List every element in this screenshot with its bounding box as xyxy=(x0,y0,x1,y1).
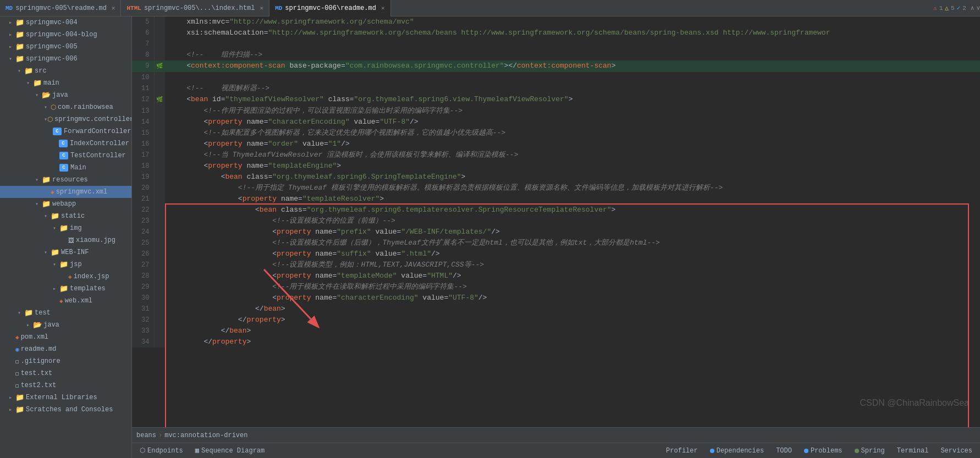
folder-icon-test: 📁 xyxy=(24,308,33,317)
tool-tab-todo[interactable]: TODO xyxy=(770,445,797,457)
file-icon-xiaomujpg: 🖼 xyxy=(68,237,74,244)
nav-up[interactable]: ∧ xyxy=(971,4,975,12)
sidebar-item-springmvcxml[interactable]: ◈ springmvc.xml xyxy=(0,186,131,198)
tool-tab-endpoints[interactable]: ⬡ Endpoints xyxy=(134,444,189,457)
sidebar-item-test2txt[interactable]: ◻ test2.txt xyxy=(0,379,131,391)
line-num-6: 6 xyxy=(132,27,154,38)
sidebar-item-springmvc004blog[interactable]: 📁 springmvc-004-blog xyxy=(0,29,131,41)
line-content-32: </property> xyxy=(165,314,980,325)
tool-tab-problems[interactable]: Problems xyxy=(799,445,848,457)
tab-3[interactable]: MD springmvc-006\readme.md ✕ xyxy=(269,0,390,16)
sidebar-item-controller-pkg[interactable]: ⬡ springmvc.controller xyxy=(0,113,131,125)
arrow-extlibs xyxy=(9,394,15,401)
gutter-10 xyxy=(154,72,165,83)
line-content-16: <property name="order" value="1"/> xyxy=(165,139,980,150)
tab-2[interactable]: HTML springmvc-005\...\index.html ✕ xyxy=(121,0,269,16)
tab-3-close[interactable]: ✕ xyxy=(381,4,385,12)
folder-icon-webinf: 📁 xyxy=(51,248,59,257)
line-num-21: 21 xyxy=(132,194,154,205)
sidebar-item-xiaomujpg[interactable]: 🖼 xiaomu.jpg xyxy=(0,234,131,246)
sidebar-item-webinf[interactable]: 📁 WEB-INF xyxy=(0,246,131,258)
tool-tab-spring[interactable]: Spring xyxy=(849,445,890,457)
sidebar-item-webapp[interactable]: 📁 webapp xyxy=(0,198,131,210)
table-row: 32 </property> xyxy=(132,314,980,325)
tool-tab-profiler[interactable]: Profiler xyxy=(660,445,703,457)
sidebar-item-springmvc005[interactable]: 📁 springmvc-005 xyxy=(0,41,131,53)
sidebar-item-gitignore[interactable]: ◻ .gitignore xyxy=(0,355,131,367)
tab-1-label: springmvc-005\readme.md xyxy=(15,4,107,12)
tool-tab-dependencies[interactable]: Dependencies xyxy=(704,445,769,457)
sidebar-item-templates[interactable]: 📁 templates xyxy=(0,283,131,295)
sidebar-item-resources[interactable]: 📁 resources xyxy=(0,174,131,186)
sidebar-item-img[interactable]: 📁 img xyxy=(0,222,131,234)
line-num-8: 8 xyxy=(132,49,154,60)
table-row: 12 🌿 <bean id="thymeleafViewResolver" cl… xyxy=(132,94,980,106)
sidebar-item-jsp[interactable]: 📁 jsp xyxy=(0,258,131,271)
code-editor[interactable]: 5 xmlns:mvc="http://www.springframework.… xyxy=(132,16,980,427)
label-java2: java xyxy=(43,321,59,329)
class-icon-index: C xyxy=(59,140,68,147)
sidebar-item-webxml[interactable]: ◈ web.xml xyxy=(0,295,131,307)
table-row: 30 <property name="characterEncoding" va… xyxy=(132,293,980,304)
table-row: 31 </bean> xyxy=(132,304,980,314)
error-count: 1 xyxy=(939,5,943,12)
sidebar-item-springmvc006[interactable]: 📁 springmvc-006 xyxy=(0,53,131,65)
label-webxml: web.xml xyxy=(65,297,92,305)
sidebar-item-indexcontroller[interactable]: C IndexController xyxy=(0,137,131,150)
sidebar-item-testcontroller[interactable]: C TestController xyxy=(0,150,131,162)
sidebar-item-java[interactable]: 📂 java xyxy=(0,89,131,101)
folder-icon-img: 📁 xyxy=(59,224,68,233)
line-content-14: <property name="characterEncoding" value… xyxy=(165,117,980,128)
gutter-30 xyxy=(154,293,165,304)
tab-1-close[interactable]: ✕ xyxy=(112,4,115,12)
line-num-23: 23 xyxy=(132,216,154,227)
tab-1[interactable]: MD springmvc-005\readme.md ✕ xyxy=(0,0,121,16)
line-num-15: 15 xyxy=(132,128,154,139)
class-icon-main: C xyxy=(59,164,68,172)
sidebar-item-comrainbowsea[interactable]: ⬡ com.rainbowsea xyxy=(0,101,131,113)
sidebar-item-indexjsp[interactable]: ◈ index.jsp xyxy=(0,271,131,283)
gutter-20 xyxy=(154,183,165,194)
line-num-10: 10 xyxy=(132,72,154,83)
sidebar-item-scratches[interactable]: 📁 Scratches and Consoles xyxy=(0,404,131,416)
class-icon-test: C xyxy=(59,152,68,159)
tab-2-close[interactable]: ✕ xyxy=(260,4,264,12)
sidebar-item-forwardcontroller[interactable]: C ForwardController xyxy=(0,125,131,137)
sidebar-item-testtxt[interactable]: ◻ test.txt xyxy=(0,367,131,379)
bean-gutter-9: 🌿 xyxy=(156,63,163,69)
label-resources: resources xyxy=(52,176,88,184)
tool-tab-sequence[interactable]: ▦ Sequence Diagram xyxy=(190,444,270,457)
line-content-27: <!--设置模板类型，例如：HTML,TEXT,JAVASCRIPT,CSS等-… xyxy=(165,260,980,271)
tab-2-label: springmvc-005\...\index.html xyxy=(144,4,255,12)
md-icon-1: MD xyxy=(5,5,13,12)
label-indexjsp: index.jsp xyxy=(74,273,109,280)
sidebar-item-java2[interactable]: 📂 java xyxy=(0,319,131,331)
line-content-34: </property> xyxy=(165,336,980,347)
label-readmemd: readme.md xyxy=(21,345,57,353)
sidebar-item-readmemd[interactable]: ◉ readme.md xyxy=(0,343,131,355)
sidebar-item-static[interactable]: 📁 static xyxy=(0,210,131,222)
line-content-21: <property name="templateResolver"> xyxy=(165,194,980,205)
arrow-test xyxy=(18,310,24,316)
sidebar-item-main-class[interactable]: C Main xyxy=(0,162,131,174)
tool-tab-services[interactable]: Services xyxy=(935,445,978,457)
line-num-28: 28 xyxy=(132,271,154,282)
sidebar-item-pomxml[interactable]: ◈ pom.xml xyxy=(0,331,131,343)
sidebar-item-springmvc004[interactable]: 📁 springmvc-004 xyxy=(0,16,131,29)
sidebar-item-main[interactable]: 📁 main xyxy=(0,77,131,89)
line-num-14: 14 xyxy=(132,117,154,128)
sidebar-item-extlibs[interactable]: 📁 External Libraries xyxy=(0,391,131,404)
line-content-30: <property name="characterEncoding" value… xyxy=(165,293,980,304)
nav-down[interactable]: ∨ xyxy=(976,4,980,12)
folder-icon-main: 📁 xyxy=(33,79,42,87)
tool-tab-terminal[interactable]: Terminal xyxy=(891,445,934,457)
sidebar-item-test[interactable]: 📁 test xyxy=(0,307,131,319)
html-icon-2: HTML xyxy=(126,5,141,12)
file-icon-pomxml: ◈ xyxy=(15,334,19,341)
folder-icon-static: 📁 xyxy=(51,212,59,220)
label-forwardcontroller: ForwardController xyxy=(64,128,131,135)
label-static: static xyxy=(61,212,85,220)
line-num-7: 7 xyxy=(132,38,154,49)
main-layout: 📁 springmvc-004 📁 springmvc-004-blog 📁 s… xyxy=(0,16,980,458)
sidebar-item-src[interactable]: 📁 src xyxy=(0,65,131,77)
